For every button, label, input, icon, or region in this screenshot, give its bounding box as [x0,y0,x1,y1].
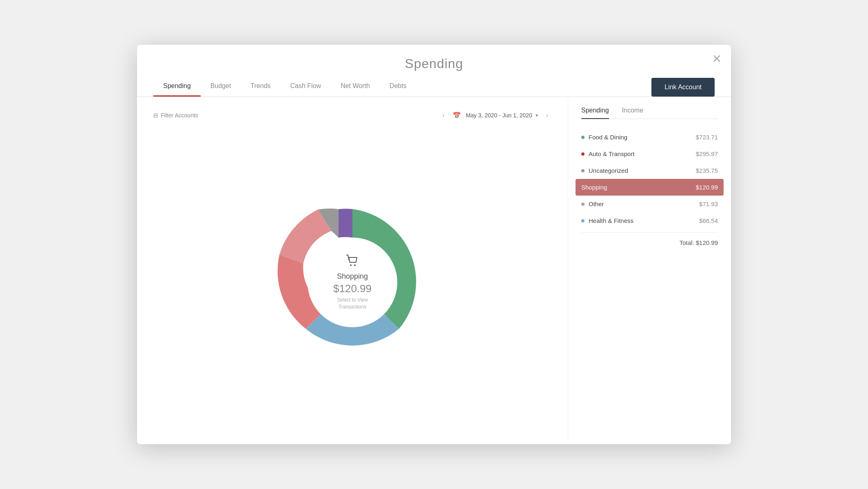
nav-tabs: Spending Budget Trends Cash Flow Net Wor… [153,78,651,96]
spending-item-health[interactable]: Health & Fitness $66.54 [581,212,718,229]
modal-title: Spending [405,56,463,71]
label-shopping: Shopping [581,184,607,191]
label-other: Other [589,200,604,207]
sidebar-tabs: Spending Income [581,107,718,119]
filter-accounts[interactable]: ⊟ Filter Accounts [153,112,198,119]
segment-shopping[interactable] [338,209,352,238]
date-range[interactable]: May 3, 2020 - Jun 1, 2020 ▾ [466,112,538,119]
close-button[interactable]: × [713,51,721,66]
prev-date-arrow[interactable]: ‹ [439,110,448,121]
total-label: Total: $120.99 [680,239,718,246]
tab-cashflow[interactable]: Cash Flow [281,78,331,97]
spending-item-other[interactable]: Other $71.93 [581,196,718,212]
calendar-icon[interactable]: 📅 [453,112,461,119]
next-date-arrow[interactable]: › [543,110,551,121]
link-account-button[interactable]: Link Account [651,78,715,97]
amount-health: $66.54 [699,217,718,224]
date-range-text: May 3, 2020 - Jun 1, 2020 [466,112,532,119]
dot-uncategorized [581,169,585,172]
chart-panel: ⊟ Filter Accounts ‹ 📅 May 3, 2020 - Jun … [137,97,568,444]
date-nav: ‹ 📅 May 3, 2020 - Jun 1, 2020 ▾ › [439,110,551,121]
donut-svg [271,201,434,364]
spending-item-auto[interactable]: Auto & Transport $295.97 [581,145,718,162]
label-health: Health & Fitness [589,217,633,224]
amount-food: $723.71 [696,134,718,141]
spending-item-shopping[interactable]: Shopping $120.99 [576,179,724,196]
spending-item-uncategorized[interactable]: Uncategorized $235.75 [581,162,718,179]
tab-debts[interactable]: Debts [380,78,416,97]
nav-bar: Spending Budget Trends Cash Flow Net Wor… [137,71,731,97]
spending-modal: Spending × Spending Budget Trends Cash F… [137,45,731,444]
dot-auto [581,152,585,156]
tab-spending[interactable]: Spending [153,78,201,97]
chart-container: Shopping $120.99 Select to ViewTransacti… [153,129,551,436]
label-auto: Auto & Transport [589,150,635,157]
modal-header: Spending × [137,45,731,71]
amount-auto: $295.97 [696,150,718,157]
dot-food [581,136,585,139]
label-uncategorized: Uncategorized [589,167,628,174]
dot-other [581,203,585,206]
donut-chart[interactable]: Shopping $120.99 Select to ViewTransacti… [271,201,434,364]
donut-hole [308,238,397,327]
amount-shopping: $120.99 [696,184,718,191]
tab-networth[interactable]: Net Worth [331,78,380,97]
tab-trends[interactable]: Trends [241,78,280,97]
spending-list: Food & Dining $723.71 Auto & Transport $… [581,129,718,229]
sidebar-tab-income[interactable]: Income [622,107,643,119]
filter-accounts-label: Filter Accounts [161,112,198,119]
amount-other: $71.93 [699,200,718,207]
dot-health [581,219,585,222]
sidebar-tab-spending[interactable]: Spending [581,107,609,119]
total-row: Total: $120.99 [581,232,718,246]
sidebar-panel: Spending Income Food & Dining $723.71 [568,97,731,444]
filter-icon: ⊟ [153,112,158,119]
label-food: Food & Dining [589,134,627,141]
content-area: ⊟ Filter Accounts ‹ 📅 May 3, 2020 - Jun … [137,97,731,444]
filter-bar: ⊟ Filter Accounts ‹ 📅 May 3, 2020 - Jun … [153,105,551,126]
spending-item-food[interactable]: Food & Dining $723.71 [581,129,718,145]
amount-uncategorized: $235.75 [696,167,718,174]
tab-budget[interactable]: Budget [201,78,241,97]
chevron-down-icon: ▾ [536,112,538,118]
